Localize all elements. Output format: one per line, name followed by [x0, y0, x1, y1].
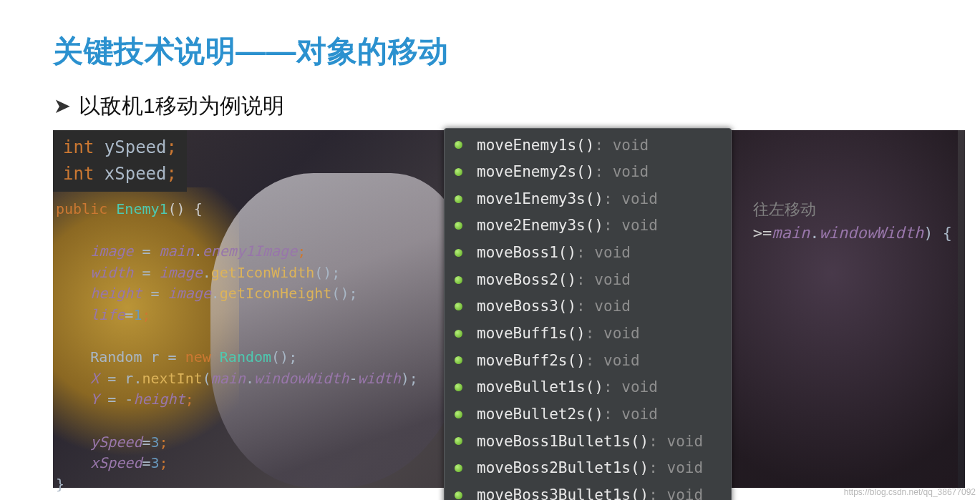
- autocomplete-item[interactable]: moveEnemy1s() : void: [445, 132, 731, 159]
- watermark: https://blog.csdn.net/qq_38677092: [844, 487, 976, 497]
- method-icon: [455, 141, 462, 149]
- method-icon: [455, 330, 462, 338]
- method-return-type: : void: [603, 187, 658, 212]
- code-line: int ySpeed;: [63, 134, 177, 161]
- autocomplete-item[interactable]: moveBoss1() : void: [445, 240, 731, 267]
- method-icon: [455, 411, 462, 418]
- method-name: moveBullet1s(): [477, 375, 603, 400]
- method-icon: [455, 491, 462, 499]
- method-return-type: : void: [649, 456, 703, 481]
- method-icon: [455, 168, 462, 176]
- method-name: moveBoss3(): [477, 294, 576, 319]
- method-return-type: : void: [576, 240, 631, 265]
- method-name: move2Enemy3s(): [477, 213, 603, 238]
- autocomplete-item[interactable]: moveBullet2s() : void: [445, 401, 731, 428]
- method-name: moveBuff1s(): [477, 321, 586, 346]
- autocomplete-item[interactable]: moveBullet1s() : void: [445, 374, 731, 401]
- method-icon: [455, 195, 462, 203]
- method-icon: [455, 249, 462, 257]
- method-name: moveBoss2(): [477, 268, 576, 293]
- method-name: moveEnemy1s(): [477, 133, 594, 158]
- autocomplete-item[interactable]: moveBuff2s() : void: [445, 347, 731, 374]
- method-return-type: : void: [603, 402, 658, 427]
- slide: 关键技术说明——对象的移动 ➤ 以敌机1移动为例说明 int ySpeed; i…: [0, 0, 980, 500]
- autocomplete-item[interactable]: move2Enemy3s() : void: [445, 212, 731, 240]
- method-return-type: : void: [603, 375, 658, 400]
- autocomplete-item[interactable]: moveBoss1Bullet1s() : void: [445, 428, 731, 455]
- method-icon: [455, 464, 462, 472]
- method-icon: [455, 356, 462, 364]
- code-snippet-right: 往左移动 >=main.windowWidth) {: [753, 197, 952, 245]
- method-name: moveEnemy2s(): [477, 160, 594, 185]
- method-name: moveBoss1Bullet1s(): [477, 429, 649, 454]
- bullet-row: ➤ 以敌机1移动为例说明: [54, 92, 284, 121]
- method-name: moveBoss2Bullet1s(): [477, 456, 649, 481]
- method-return-type: : void: [576, 294, 631, 319]
- method-return-type: : void: [594, 133, 649, 158]
- method-icon: [455, 383, 462, 391]
- method-name: moveBullet2s(): [477, 402, 603, 427]
- autocomplete-item[interactable]: moveEnemy2s() : void: [445, 159, 731, 186]
- chevron-right-icon: ➤: [54, 95, 70, 117]
- method-icon: [455, 276, 462, 284]
- method-icon: [455, 437, 462, 445]
- method-name: moveBuff2s(): [477, 348, 586, 373]
- slide-title: 关键技术说明——对象的移动: [53, 31, 449, 72]
- method-return-type: : void: [649, 429, 703, 454]
- code-line: int xSpeed;: [63, 161, 177, 187]
- code-snippet-fields: int ySpeed; int xSpeed;: [53, 130, 187, 192]
- code-snippet-constructor: public Enemy1() { image = main.enemy1Ima…: [56, 199, 418, 495]
- method-return-type: : void: [649, 483, 703, 500]
- code-background: int ySpeed; int xSpeed; public Enemy1() …: [53, 130, 965, 488]
- method-return-type: : void: [586, 348, 640, 373]
- method-return-type: : void: [586, 321, 640, 346]
- method-name: moveBoss1(): [477, 240, 576, 265]
- method-name: move1Enemy3s(): [477, 187, 603, 212]
- bullet-text: 以敌机1移动为例说明: [79, 92, 284, 121]
- method-return-type: : void: [576, 268, 631, 293]
- autocomplete-item[interactable]: moveBoss2() : void: [445, 266, 731, 293]
- autocomplete-item[interactable]: move1Enemy3s() : void: [445, 185, 731, 212]
- method-name: moveBoss3Bullet1s(): [477, 483, 649, 500]
- autocomplete-item[interactable]: moveBoss2Bullet1s() : void: [445, 455, 731, 482]
- autocomplete-item[interactable]: moveBoss3Bullet1s() : void: [445, 481, 731, 500]
- autocomplete-popup[interactable]: moveEnemy1s() : voidmoveEnemy2s() : void…: [444, 128, 732, 500]
- autocomplete-item[interactable]: moveBoss3() : void: [445, 293, 731, 320]
- method-return-type: : void: [603, 213, 658, 238]
- method-return-type: : void: [594, 160, 649, 185]
- method-icon: [455, 303, 462, 310]
- method-icon: [455, 222, 462, 230]
- autocomplete-item[interactable]: moveBuff1s() : void: [445, 320, 731, 347]
